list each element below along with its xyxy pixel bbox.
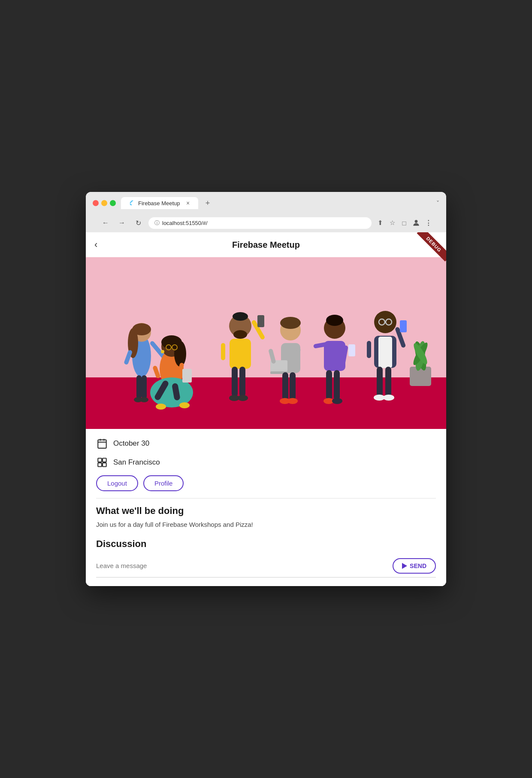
tab-title: Firebase Meetup <box>138 200 180 207</box>
svg-point-31 <box>233 312 248 321</box>
svg-rect-72 <box>400 320 407 332</box>
svg-rect-46 <box>290 372 296 400</box>
new-tab-button[interactable]: + <box>202 197 214 209</box>
svg-rect-29 <box>230 339 251 369</box>
section-divider <box>96 498 436 498</box>
back-button[interactable]: ‹ <box>94 239 97 250</box>
maximize-traffic-light[interactable] <box>110 200 116 206</box>
discussion-heading: Discussion <box>96 538 436 550</box>
flutter-icon <box>128 200 135 207</box>
browser-titlebar: Firebase Meetup × + ˅ <box>93 197 439 209</box>
bookmark-icon[interactable]: ☆ <box>388 219 396 227</box>
svg-rect-8 <box>142 375 147 399</box>
svg-rect-83 <box>98 459 102 462</box>
tab-chevron-icon: ˅ <box>436 200 439 207</box>
profile-icon[interactable] <box>412 219 420 227</box>
calendar-icon <box>96 438 108 450</box>
send-label: SEND <box>410 562 426 569</box>
svg-rect-54 <box>326 370 332 400</box>
what-body: Join us for a day full of Firebase Works… <box>96 520 436 530</box>
svg-point-57 <box>332 398 342 404</box>
svg-point-53 <box>326 315 343 326</box>
forward-nav-button[interactable]: → <box>116 217 128 229</box>
hero-image <box>86 257 446 429</box>
event-date: October 30 <box>113 439 149 448</box>
svg-rect-38 <box>257 315 264 327</box>
svg-rect-67 <box>377 367 383 397</box>
url-text: localhost:51550/#/ <box>162 220 208 226</box>
minimize-traffic-light[interactable] <box>101 200 107 206</box>
svg-rect-73 <box>367 341 371 358</box>
svg-rect-39 <box>221 343 225 360</box>
back-nav-button[interactable]: ← <box>100 217 112 229</box>
event-info: October 30 San Francisco Logout Profile <box>86 429 446 586</box>
what-heading: What we'll be doing <box>96 505 436 517</box>
svg-point-20 <box>161 350 164 353</box>
svg-point-48 <box>287 398 298 404</box>
tab-bar: Firebase Meetup × + ˅ <box>121 197 439 209</box>
info-icon: ⓘ <box>154 219 160 227</box>
svg-point-24 <box>156 404 166 410</box>
location-row: San Francisco <box>96 456 436 468</box>
svg-rect-28 <box>182 369 192 383</box>
svg-point-32 <box>233 330 247 339</box>
svg-point-36 <box>238 395 248 401</box>
app-header: ‹ Firebase Meetup <box>86 232 446 257</box>
menu-icon[interactable]: ⋮ <box>424 219 432 227</box>
address-actions: ⬆ ☆ □ ⋮ <box>376 219 432 227</box>
svg-rect-33 <box>232 367 238 397</box>
logout-button[interactable]: Logout <box>96 475 138 491</box>
browser-window: Firebase Meetup × + ˅ ← → ↻ ⓘ localhost:… <box>86 192 446 586</box>
app-title: Firebase Meetup <box>232 240 300 250</box>
svg-point-10 <box>140 397 148 402</box>
url-bar[interactable]: ⓘ localhost:51550/#/ <box>148 217 372 229</box>
share-icon[interactable]: ⬆ <box>376 219 384 227</box>
send-button[interactable]: SEND <box>393 558 436 574</box>
app-content: DEBUG ‹ Firebase Meetup <box>86 232 446 586</box>
date-row: October 30 <box>96 438 436 450</box>
message-input[interactable] <box>96 562 387 569</box>
svg-rect-85 <box>98 463 102 467</box>
browser-chrome: Firebase Meetup × + ˅ ← → ↻ ⓘ localhost:… <box>86 192 446 232</box>
svg-rect-59 <box>348 344 355 356</box>
svg-rect-86 <box>103 463 106 467</box>
active-tab[interactable]: Firebase Meetup × <box>121 197 198 209</box>
svg-rect-34 <box>239 367 245 397</box>
hero-illustration <box>86 257 446 429</box>
svg-rect-55 <box>334 370 340 400</box>
svg-point-25 <box>179 402 190 408</box>
svg-point-70 <box>383 395 394 401</box>
svg-rect-62 <box>378 337 392 368</box>
close-traffic-light[interactable] <box>93 200 99 206</box>
svg-rect-84 <box>103 459 106 462</box>
svg-rect-79 <box>98 440 106 449</box>
svg-point-42 <box>280 317 301 329</box>
tab-close-button[interactable]: × <box>184 200 191 207</box>
message-row: SEND <box>96 558 436 577</box>
svg-rect-74 <box>410 367 431 386</box>
reader-icon[interactable]: □ <box>400 219 408 227</box>
address-bar: ← → ↻ ⓘ localhost:51550/#/ ⬆ ☆ □ ⋮ <box>93 213 439 232</box>
action-buttons: Logout Profile <box>96 475 436 491</box>
refresh-nav-button[interactable]: ↻ <box>132 217 144 229</box>
svg-rect-45 <box>282 372 288 400</box>
send-icon <box>402 563 407 569</box>
svg-rect-7 <box>136 375 142 399</box>
svg-point-0 <box>415 220 418 223</box>
svg-rect-68 <box>385 367 391 397</box>
location-icon <box>96 456 108 468</box>
profile-button[interactable]: Profile <box>143 475 184 491</box>
event-location: San Francisco <box>113 458 160 467</box>
traffic-lights <box>93 200 116 206</box>
